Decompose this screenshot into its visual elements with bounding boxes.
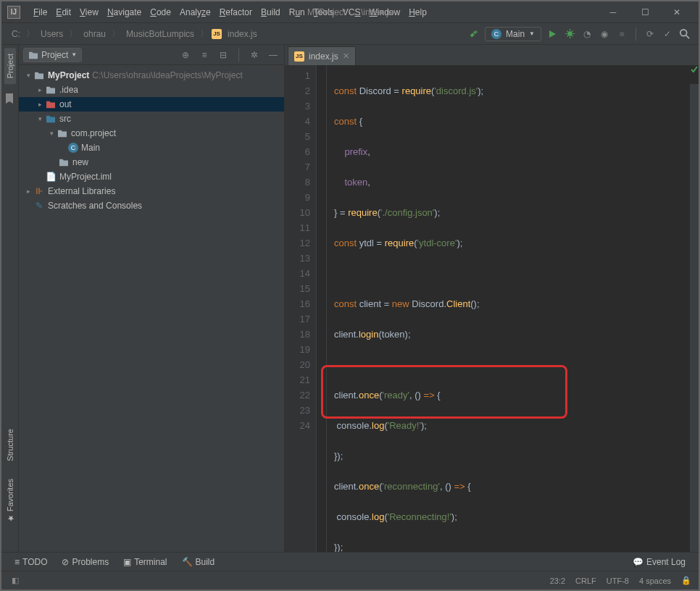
event-log-icon: 💬 (633, 557, 643, 567)
js-file-icon: JS (294, 51, 304, 62)
todo-icon: ≡ (14, 557, 20, 567)
editor-tab-label: index.js (309, 51, 338, 62)
tree-out-folder[interactable]: ▸ out (19, 97, 284, 112)
bottom-tool-tabs: ≡TODO ⊘Problems ▣Terminal 🔨Build 💬Event … (1, 552, 699, 571)
line-numbers: 123456789101112131415161718192021222324 (285, 65, 317, 552)
update-icon[interactable]: ⟳ (643, 28, 657, 41)
build-icon: 🔨 (182, 557, 193, 567)
bookmarks-tool-icon[interactable] (4, 93, 17, 106)
tree-project-root[interactable]: ▾ MyProject C:\Users\ohrau\IdeaProjects\… (19, 68, 284, 83)
status-bar: ◧ 23:2 CRLF UTF-8 4 spaces 🔒 (1, 571, 699, 590)
bc-3[interactable]: MusicBotLumpics (123, 28, 197, 41)
search-icon[interactable] (678, 28, 691, 41)
window-controls: ─ ☐ ✕ (597, 1, 693, 23)
tree-iml-file[interactable]: 📄 MyProject.iml (19, 169, 284, 184)
module-icon: 📄 (45, 171, 57, 183)
editor-scrollbar[interactable] (690, 84, 699, 552)
tree-external-libs[interactable]: ▸ ⊪ External Libraries (19, 184, 284, 198)
build-tab[interactable]: 🔨Build (176, 556, 221, 569)
structure-tool-tab[interactable]: Structure (4, 423, 16, 467)
status-line-ending[interactable]: CRLF (575, 577, 596, 585)
build-icon[interactable] (467, 28, 480, 41)
tree-scratches[interactable]: ✎ Scratches and Consoles (19, 198, 284, 213)
editor-area: JS index.js ✕ 12345678910111213141516171… (285, 45, 699, 552)
status-panel-icon[interactable]: ◧ (9, 574, 22, 587)
menu-refactor[interactable]: Refactor (215, 4, 257, 20)
editor-tabs: JS index.js ✕ (285, 45, 699, 65)
gear-icon[interactable]: ✲ (248, 49, 261, 62)
tree-src-folder[interactable]: ▾ src (19, 112, 284, 126)
menu-navigate[interactable]: Navigate (103, 4, 146, 20)
lock-icon[interactable]: 🔒 (681, 576, 691, 585)
main-body: Project Structure ★ Favorites Project ▼ … (1, 45, 699, 552)
hide-panel-icon[interactable]: — (267, 49, 280, 62)
menu-file[interactable]: File (29, 4, 51, 20)
chevron-down-icon: ▼ (529, 30, 535, 37)
bc-4[interactable]: index.js (225, 28, 260, 41)
commit-icon[interactable]: ✓ (661, 28, 674, 41)
svg-point-0 (567, 31, 572, 36)
bc-2[interactable]: ohrau (80, 28, 109, 41)
titlebar: IJ File Edit View Navigate Code Analyze … (1, 1, 699, 23)
stop-icon[interactable]: ■ (615, 28, 628, 41)
menu-edit[interactable]: Edit (51, 4, 75, 20)
navbar: C:〉 Users〉 ohrau〉 MusicBotLumpics〉 JS in… (1, 23, 699, 45)
breadcrumb: C:〉 Users〉 ohrau〉 MusicBotLumpics〉 JS in… (9, 28, 260, 41)
menu-run[interactable]: Run (285, 4, 309, 20)
project-tree[interactable]: ▾ MyProject C:\Users\ohrau\IdeaProjects\… (19, 65, 284, 552)
status-indent[interactable]: 4 spaces (639, 577, 671, 585)
menu-analyze[interactable]: Analyze (175, 4, 215, 20)
menu-build[interactable]: Build (257, 4, 285, 20)
event-log-tab[interactable]: 💬Event Log (627, 556, 691, 569)
expand-all-icon[interactable]: ≡ (198, 49, 211, 62)
project-panel-header: Project ▼ ⊕ ≡ ⊟ ✲ — (19, 45, 284, 65)
fold-gutter[interactable] (317, 65, 327, 552)
project-panel: Project ▼ ⊕ ≡ ⊟ ✲ — ▾ MyProject C:\Users… (19, 45, 285, 552)
terminal-tab[interactable]: ▣Terminal (117, 556, 172, 569)
class-icon: C (68, 143, 78, 153)
tree-package[interactable]: ▾ com.project (19, 126, 284, 141)
tree-main-class[interactable]: C Main (19, 141, 284, 155)
coverage-icon[interactable]: ◔ (580, 28, 593, 41)
code-content[interactable]: const Discord = require('discord.js'); c… (327, 65, 690, 552)
status-encoding[interactable]: UTF-8 (607, 577, 629, 585)
svg-line-2 (686, 35, 689, 38)
js-file-icon: JS (212, 29, 222, 39)
bc-1[interactable]: Users (38, 28, 66, 41)
close-button[interactable]: ✕ (661, 1, 693, 23)
todo-tab[interactable]: ≡TODO (9, 556, 53, 569)
menu-code[interactable]: Code (146, 4, 175, 20)
maximize-button[interactable]: ☐ (629, 1, 661, 23)
menu-view[interactable]: View (75, 4, 103, 20)
tree-new-folder[interactable]: new (19, 155, 284, 169)
tree-idea-folder[interactable]: ▸ .idea (19, 83, 284, 97)
project-tool-tab[interactable]: Project (4, 48, 16, 84)
status-cursor-pos[interactable]: 23:2 (550, 577, 565, 585)
close-tab-icon[interactable]: ✕ (343, 51, 349, 61)
run-config-selector[interactable]: C Main ▼ (485, 27, 541, 41)
debug-button[interactable] (563, 28, 576, 41)
profile-icon[interactable]: ◉ (598, 28, 611, 41)
locate-icon[interactable]: ⊕ (179, 49, 192, 62)
window-title: MyProject - ...\index.js (307, 7, 393, 17)
run-button[interactable] (546, 28, 559, 41)
problems-tab[interactable]: ⊘Problems (56, 556, 114, 569)
libraries-icon: ⊪ (33, 185, 45, 197)
code-editor[interactable]: 123456789101112131415161718192021222324 … (285, 65, 699, 552)
bc-root[interactable]: C: (9, 28, 23, 41)
minimize-button[interactable]: ─ (597, 1, 629, 23)
project-panel-title: Project (41, 50, 68, 60)
left-tool-gutter: Project Structure ★ Favorites (1, 45, 19, 552)
scratches-icon: ✎ (33, 200, 45, 211)
favorites-tool-tab[interactable]: ★ Favorites (4, 473, 16, 529)
app-icon: IJ (7, 6, 20, 19)
editor-tab-index[interactable]: JS index.js ✕ (288, 46, 356, 65)
collapse-all-icon[interactable]: ⊟ (217, 49, 230, 62)
menu-help[interactable]: Help (404, 4, 431, 20)
problems-icon: ⊘ (62, 557, 69, 567)
folder-icon (28, 51, 38, 59)
terminal-icon: ▣ (123, 557, 131, 567)
project-view-selector[interactable]: Project ▼ (23, 48, 82, 62)
svg-point-1 (680, 29, 687, 35)
right-toolbar: C Main ▼ ◔ ◉ ■ ⟳ ✓ (467, 27, 691, 41)
